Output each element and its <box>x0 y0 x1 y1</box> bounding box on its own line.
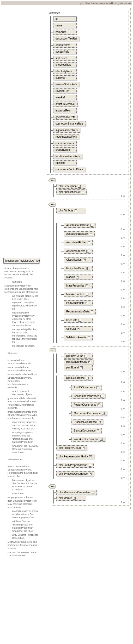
expand-icon[interactable]: + <box>85 267 88 270</box>
type-name-box: MechanismRevisionViewType <box>3 258 39 264</box>
el-partconstraints: PartConstraints+ <box>64 300 93 305</box>
expand-icon[interactable]: + <box>83 259 86 261</box>
expand-icon[interactable]: + <box>89 473 92 475</box>
expand-icon[interactable]: + <box>96 386 99 389</box>
expand-icon[interactable]: + <box>86 302 88 304</box>
attr-ruleRefs: ruleRefs <box>53 160 77 165</box>
expand-icon[interactable]: + <box>89 464 91 467</box>
el-processoccurrence: ProcessOccurrence+ <box>71 419 103 424</box>
structure-tree: attributes id name nameRef descriptionTe… <box>45 8 131 509</box>
expand-icon[interactable]: + <box>90 233 92 235</box>
attr-descriptionTextRef: descriptionTextRef <box>53 36 79 41</box>
expand-icon[interactable]: + <box>78 185 81 188</box>
attr-revisionRef: revisionRef <box>53 88 77 93</box>
attr-instanceRefs: instanceRefs <box>53 108 77 113</box>
el-monikercontext: MonikerContext+ <box>64 292 93 297</box>
expand-icon[interactable]: + <box>92 491 94 494</box>
expand-icon[interactable]: + <box>80 366 83 369</box>
expand-icon[interactable]: + <box>91 310 93 313</box>
expand-icon[interactable]: + <box>86 293 88 296</box>
el-associatedform: AssociatedForm+ <box>64 249 93 254</box>
expand-icon[interactable]: + <box>100 438 103 441</box>
attr-nameRef: nameRef <box>53 30 77 35</box>
expand-icon[interactable]: + <box>88 336 90 339</box>
attr-connectionInstanceRefs: connectionInstanceRefs <box>53 121 86 126</box>
expand-icon[interactable]: + <box>73 497 76 500</box>
el-constraintoccurrence: ConstraintOccurrence+ <box>71 394 105 399</box>
expand-icon[interactable]: + <box>75 209 77 212</box>
expand-icon[interactable]: + <box>98 404 100 406</box>
sequence-icon <box>48 202 56 207</box>
el-userlist: UserList+ <box>64 326 93 331</box>
expand-icon[interactable]: + <box>86 377 89 379</box>
extension-wrapper: plm:StructureRevisionViewBase (extension… <box>1 1 132 560</box>
attr-signalInstanceRefs: signalInstanceRefs <box>53 128 80 133</box>
attr-routeInstanceRefs: routeInstanceRefs <box>53 134 79 139</box>
attr-subType: subType <box>53 75 77 80</box>
attr-releaseStatusRefs: releaseStatusRefs <box>53 82 79 87</box>
attr-id: id <box>53 16 77 21</box>
seq-desc-appref: plm:Description+ plm:ApplicationRef+ 0..… <box>52 177 129 199</box>
tree-column: attributes id name nameRef descriptionTe… <box>39 7 131 510</box>
attr-structureViewRef: structureViewRef <box>53 102 78 107</box>
expand-icon[interactable]: + <box>78 319 81 322</box>
el-sensoroccurrence: SensorOccurrence+ <box>71 428 102 433</box>
el-description: plm:Description+ <box>56 184 126 189</box>
attr-viewRef: viewRef <box>53 95 77 100</box>
el-representationentity: plm:RepresentationEntity+ <box>56 454 94 459</box>
seq-attribute-choice: plm:Attribute+ 0..∞ Annotation3DGroup+0.… <box>52 201 129 345</box>
sequence-icon <box>48 348 56 352</box>
expand-icon[interactable]: + <box>89 455 92 458</box>
expand-icon[interactable]: + <box>88 241 90 244</box>
attributes-title: attributes <box>49 11 127 15</box>
el-bound: plm:Bound+ <box>64 365 93 370</box>
expand-icon[interactable]: + <box>98 421 101 423</box>
attr-accessRefs: accessRefs <box>53 49 77 54</box>
el-marker: plm:Marker+ <box>56 496 85 501</box>
seq-main-content: plm:BoxBound+ plm:SphereBound+ plm:Bound… <box>52 346 129 481</box>
el-symbolicoccurrence: plm:SymbolicOccurrence+ <box>56 471 94 476</box>
attr-propertyRefs: propertyRefs <box>53 147 77 152</box>
el-userdata: UserData+ <box>64 318 93 323</box>
attr-occurrenceRefs: occurrenceRefs <box>53 141 77 146</box>
extension-header: plm:StructureRevisionViewBase (extension… <box>1 1 132 5</box>
el-propertygroup: plm:PropertyGroup+ <box>56 445 87 450</box>
seq-mechanism-marker: plm:MechanismParameters+ plm:Marker+0..∞ <box>52 483 129 506</box>
expand-icon[interactable]: + <box>77 328 80 330</box>
attr-attributeRefs: attributeRefs <box>53 43 77 48</box>
expand-icon[interactable]: + <box>86 284 88 287</box>
expand-icon[interactable]: + <box>97 429 99 432</box>
attr-locationInstanceRefs: locationInstanceRefs <box>53 154 82 159</box>
attr-effectivityRefs: effectivityRefs <box>53 69 77 74</box>
sequence-icon <box>48 484 56 489</box>
attributes-group: attributes id name nameRef descriptionTe… <box>47 10 129 175</box>
expand-icon[interactable]: + <box>84 355 87 357</box>
main-row: MechanismRevisionViewType A view of a re… <box>3 7 131 558</box>
el-annotation3dgroup: Annotation3DGroup+ <box>64 223 95 228</box>
attr-statusRef: statusRef <box>53 56 77 61</box>
el-entityuserdata: EntityUserData+ <box>64 266 93 271</box>
el-associatedfolder: AssociatedFolder+ <box>64 240 93 245</box>
el-entitypropertygroup: plm:EntityPropertyGroup+ <box>56 463 94 468</box>
attr-gdeInstanceRefs: gdeInstanceRefs <box>53 115 77 120</box>
expand-icon[interactable]: + <box>76 276 79 278</box>
el-mechanismparameters: plm:MechanismParameters+ <box>56 490 97 495</box>
type-column: MechanismRevisionViewType A view of a re… <box>3 7 39 558</box>
el-ann3doccurrence: Ann3DOccurrence+ <box>71 385 101 390</box>
expand-icon[interactable]: + <box>90 224 93 227</box>
el-workareaoccurrence: WorkAreaOccurrence+ <box>71 437 105 442</box>
expand-icon[interactable]: + <box>88 361 91 363</box>
expand-icon[interactable]: + <box>86 250 89 253</box>
el-associateddataset: AssociatedDataSet+ <box>64 231 95 236</box>
expand-icon[interactable]: + <box>82 447 84 449</box>
expand-icon[interactable]: + <box>102 412 105 415</box>
el-applicationref: plm:ApplicationRef+ 0..∞ <box>56 189 126 197</box>
el-occurrence: plm:Occurrence+ <box>64 376 93 380</box>
el-attribute: plm:Attribute+ 0..∞ <box>56 208 126 216</box>
attr-checkoutRefs: checkoutRefs <box>53 62 77 67</box>
expand-icon[interactable]: + <box>100 395 103 397</box>
attr-name: name <box>53 23 77 28</box>
expand-icon[interactable]: + <box>82 191 84 193</box>
el-massproperties: MassProperties+ <box>64 283 93 288</box>
el-spherebound: plm:SphereBound+ <box>64 359 93 364</box>
